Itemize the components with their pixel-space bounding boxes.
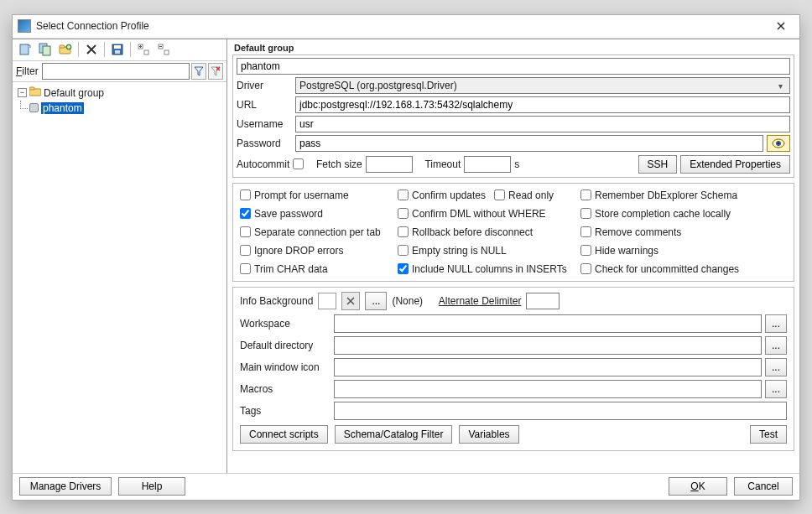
mainicon-input[interactable] xyxy=(334,358,762,376)
show-password-button[interactable] xyxy=(767,135,790,152)
timeout-input[interactable] xyxy=(464,156,511,173)
svg-rect-0 xyxy=(20,44,29,55)
checkbox-sep_conn[interactable] xyxy=(240,226,251,237)
alt-delim-label[interactable]: Alternate Delimiter xyxy=(439,295,522,307)
filter-clear-button[interactable] xyxy=(208,63,223,80)
variables-button[interactable]: Variables xyxy=(459,425,518,444)
url-label: URL xyxy=(237,99,292,111)
profile-tree[interactable]: − Default group phantom xyxy=(13,81,226,473)
ok-button[interactable]: OK xyxy=(669,477,727,496)
checkbox-empty_null[interactable] xyxy=(398,245,409,256)
funnel-icon xyxy=(194,66,204,76)
checkbox-save_password[interactable] xyxy=(240,208,251,219)
save-button[interactable] xyxy=(108,40,127,59)
checkbox-remember_schema[interactable] xyxy=(580,190,591,200)
timeout-label: Timeout xyxy=(424,158,461,170)
checkbox-confirm_dml[interactable] xyxy=(398,208,409,219)
defaultdir-browse[interactable]: ... xyxy=(765,336,787,355)
cancel-button[interactable]: Cancel xyxy=(734,477,793,496)
checkbox-include_null[interactable] xyxy=(398,263,409,274)
filter-input[interactable] xyxy=(42,63,190,80)
check-save_password[interactable]: Save password xyxy=(240,205,391,222)
check-ignore_drop[interactable]: Ignore DROP errors xyxy=(240,242,391,259)
tree-item[interactable]: phantom xyxy=(14,101,225,116)
checkbox-rollback[interactable] xyxy=(398,226,409,237)
fetchsize-label: Fetch size xyxy=(316,158,362,170)
close-button[interactable] xyxy=(768,17,794,35)
check-sep_conn[interactable]: Separate connection per tab xyxy=(240,224,391,241)
checkbox-check_uncommitted[interactable] xyxy=(580,263,591,274)
workspace-browse[interactable]: ... xyxy=(765,314,787,333)
tree-group[interactable]: − Default group xyxy=(14,86,225,101)
svg-rect-2 xyxy=(43,46,50,55)
help-button[interactable]: Help xyxy=(118,477,185,496)
check-label: Remember DbExplorer Schema xyxy=(595,190,737,201)
check-store_cache[interactable]: Store completion cache locally xyxy=(580,205,787,222)
check-read_only[interactable]: Read only xyxy=(494,187,554,204)
info-bg-swatch[interactable] xyxy=(318,293,336,309)
schema-filter-button[interactable]: Schema/Catalog Filter xyxy=(335,425,453,444)
checkbox-remove_comments[interactable] xyxy=(580,226,591,237)
ssh-button[interactable]: SSH xyxy=(638,155,678,174)
check-rollback[interactable]: Rollback before disconnect xyxy=(398,224,574,241)
mainicon-browse[interactable]: ... xyxy=(765,358,787,376)
new-group-button[interactable] xyxy=(56,40,75,59)
collapse-all-button[interactable] xyxy=(154,40,173,59)
tags-label: Tags xyxy=(240,405,331,417)
check-include_null[interactable]: Include NULL columns in INSERTs xyxy=(398,261,574,278)
tags-input[interactable] xyxy=(334,402,787,420)
checkbox-store_cache[interactable] xyxy=(580,208,591,219)
check-label: Prompt for username xyxy=(254,190,349,201)
info-bg-browse[interactable]: ... xyxy=(365,292,387,310)
test-button[interactable]: Test xyxy=(750,425,787,444)
check-trim_char[interactable]: Trim CHAR data xyxy=(240,261,391,278)
eye-icon xyxy=(772,138,785,148)
url-input[interactable] xyxy=(295,96,790,113)
svg-rect-12 xyxy=(164,50,169,55)
extended-props-button[interactable]: Extended Properties xyxy=(680,155,790,174)
check-confirm_updates[interactable]: Confirm updates xyxy=(398,187,486,204)
svg-rect-7 xyxy=(114,45,121,49)
check-prompt_user[interactable]: Prompt for username xyxy=(240,187,391,204)
filter-funnel-button[interactable] xyxy=(191,63,206,80)
checkbox-hide_warn[interactable] xyxy=(580,245,591,256)
profile-name-input[interactable] xyxy=(237,58,790,75)
workspace-input[interactable] xyxy=(334,314,762,333)
fetchsize-input[interactable] xyxy=(366,156,413,173)
check-confirm_dml[interactable]: Confirm DML without WHERE xyxy=(398,205,574,222)
checkbox-ignore_drop[interactable] xyxy=(240,245,251,256)
check-remember_schema[interactable]: Remember DbExplorer Schema xyxy=(580,187,787,204)
copy-profile-button[interactable] xyxy=(36,40,55,59)
check-label: Rollback before disconnect xyxy=(412,226,533,238)
password-input[interactable] xyxy=(295,135,763,152)
driver-combo[interactable]: PostgreSQL (org.postgresql.Driver) ▾ xyxy=(295,77,790,94)
connect-scripts-button[interactable]: Connect scripts xyxy=(240,425,328,444)
svg-rect-4 xyxy=(60,45,65,48)
checkbox-trim_char[interactable] xyxy=(240,263,251,274)
new-profile-button[interactable] xyxy=(16,40,34,59)
check-check_uncommitted[interactable]: Check for uncommitted changes xyxy=(580,261,787,278)
check-label: Include NULL columns in INSERTs xyxy=(412,263,567,275)
checkbox-read_only[interactable] xyxy=(494,190,505,200)
alt-delim-input[interactable] xyxy=(526,293,560,309)
checkbox-confirm_updates[interactable] xyxy=(398,190,409,200)
check-remove_comments[interactable]: Remove comments xyxy=(580,224,787,241)
autocommit-checkbox[interactable] xyxy=(293,158,304,169)
expander-icon[interactable]: − xyxy=(18,88,27,97)
info-bg-clear[interactable] xyxy=(341,292,360,310)
delete-button[interactable] xyxy=(82,40,101,59)
check-label: Save password xyxy=(254,208,323,220)
info-bg-label: Info Background xyxy=(240,295,313,307)
check-hide_warn[interactable]: Hide warnings xyxy=(580,242,787,259)
checkbox-prompt_user[interactable] xyxy=(240,190,251,200)
macros-input[interactable] xyxy=(334,380,762,398)
tree-group-label: Default group xyxy=(44,87,104,99)
check-label: Read only xyxy=(508,190,554,201)
expand-all-button[interactable] xyxy=(134,40,153,59)
check-empty_null[interactable]: Empty string is NULL xyxy=(398,242,574,259)
manage-drivers-button[interactable]: Manage Drivers xyxy=(19,477,112,496)
username-input[interactable] xyxy=(295,116,790,132)
defaultdir-input[interactable] xyxy=(334,336,762,355)
group-title: Default group xyxy=(227,39,799,55)
macros-browse[interactable]: ... xyxy=(765,380,787,398)
